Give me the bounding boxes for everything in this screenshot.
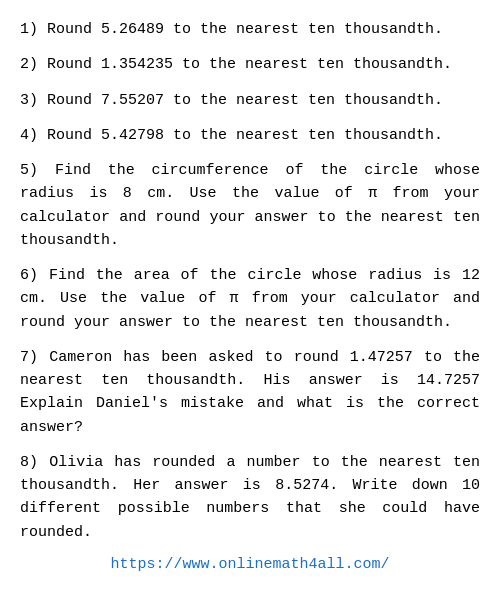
q6-number: 6): [20, 267, 38, 284]
website-link[interactable]: https://www.onlinemath4all.com/: [110, 556, 389, 573]
q4-number: 4): [20, 127, 38, 144]
question-8: 8) Olivia has rounded a number to the ne…: [20, 451, 480, 544]
q3-text: Round 7.55207 to the nearest ten thousan…: [47, 92, 443, 109]
q1-text: Round 5.26489 to the nearest ten thousan…: [47, 21, 443, 38]
q6-text: Find the area of the circle whose radius…: [20, 267, 480, 331]
q2-text: Round 1.354235 to the nearest ten thousa…: [47, 56, 452, 73]
footer: https://www.onlinemath4all.com/: [20, 556, 480, 573]
questions-container: 1) Round 5.26489 to the nearest ten thou…: [20, 18, 480, 544]
q3-number: 3): [20, 92, 38, 109]
q8-text: Olivia has rounded a number to the neare…: [20, 454, 480, 541]
q7-text: Cameron has been asked to round 1.47257 …: [20, 349, 480, 436]
q4-text: Round 5.42798 to the nearest ten thousan…: [47, 127, 443, 144]
q2-number: 2): [20, 56, 38, 73]
q8-number: 8): [20, 454, 38, 471]
q5-text: Find the circumference of the circle who…: [20, 162, 480, 249]
q7-number: 7): [20, 349, 38, 366]
question-6: 6) Find the area of the circle whose rad…: [20, 264, 480, 334]
question-1: 1) Round 5.26489 to the nearest ten thou…: [20, 18, 480, 41]
question-7: 7) Cameron has been asked to round 1.472…: [20, 346, 480, 439]
question-4: 4) Round 5.42798 to the nearest ten thou…: [20, 124, 480, 147]
q1-number: 1): [20, 21, 38, 38]
question-5: 5) Find the circumference of the circle …: [20, 159, 480, 252]
q5-number: 5): [20, 162, 38, 179]
question-3: 3) Round 7.55207 to the nearest ten thou…: [20, 89, 480, 112]
question-2: 2) Round 1.354235 to the nearest ten tho…: [20, 53, 480, 76]
